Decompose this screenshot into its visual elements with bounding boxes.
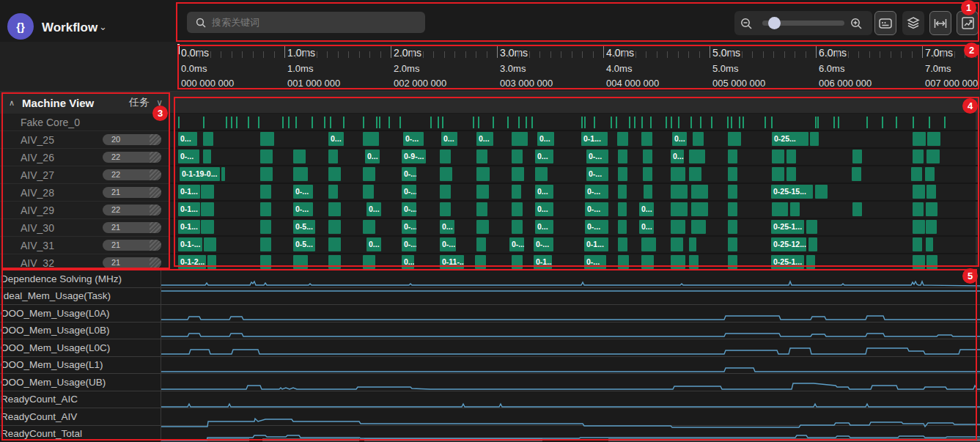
core-task-tick[interactable]: [258, 117, 259, 128]
task-block[interactable]: [728, 220, 737, 234]
core-task-tick[interactable]: [611, 117, 612, 128]
sidebar-header[interactable]: ∧ Machine View 任务 ∨: [0, 92, 170, 114]
core-task-tick[interactable]: [666, 117, 667, 128]
task-block[interactable]: 0-...: [293, 202, 313, 216]
core-task-tick[interactable]: [531, 117, 533, 128]
task-block[interactable]: 0-...: [585, 202, 608, 216]
chevron-down-icon[interactable]: ⌄: [99, 21, 107, 32]
core-task-tick[interactable]: [343, 117, 345, 128]
core-task-tick[interactable]: [376, 117, 377, 128]
chevron-down-icon[interactable]: ∨: [156, 97, 163, 108]
task-block[interactable]: 0-25-1...: [771, 255, 804, 269]
layers-button[interactable]: [902, 11, 924, 35]
core-task-tick[interactable]: [594, 117, 595, 128]
task-block[interactable]: 0-...: [402, 237, 416, 251]
task-block[interactable]: [476, 202, 487, 216]
task-block[interactable]: [852, 202, 862, 216]
core-task-tick[interactable]: [312, 117, 313, 128]
core-task-tick[interactable]: [399, 117, 401, 128]
task-block[interactable]: 0-...: [586, 167, 608, 181]
core-task-tick[interactable]: [236, 117, 237, 128]
task-block[interactable]: 0...: [672, 132, 687, 146]
task-block[interactable]: [806, 255, 815, 269]
task-block[interactable]: 0...: [366, 237, 381, 251]
task-block[interactable]: 0-5...: [293, 237, 315, 251]
core-task-tick[interactable]: [944, 117, 946, 128]
task-block[interactable]: 0-1-2...: [178, 255, 206, 269]
task-block[interactable]: 0-25-15...: [771, 185, 813, 199]
core-task-tick[interactable]: [743, 117, 744, 128]
task-block[interactable]: [618, 220, 627, 234]
task-block[interactable]: [641, 255, 654, 269]
task-block[interactable]: [440, 150, 451, 163]
task-block[interactable]: [328, 185, 338, 199]
task-block[interactable]: [260, 202, 271, 216]
task-block[interactable]: 0-...: [584, 255, 606, 269]
core-task-tick[interactable]: [929, 117, 930, 128]
task-block[interactable]: [728, 167, 737, 181]
core-task-tick[interactable]: [231, 117, 232, 128]
task-block[interactable]: [512, 185, 521, 199]
task-block[interactable]: [618, 167, 627, 181]
task-block[interactable]: [810, 132, 819, 146]
search-input[interactable]: 搜索关键词: [187, 12, 425, 33]
core-task-tick[interactable]: [379, 117, 380, 128]
task-block[interactable]: 0...: [535, 150, 553, 163]
task-block[interactable]: [476, 167, 490, 181]
task-block[interactable]: [913, 255, 925, 269]
task-block[interactable]: [671, 167, 685, 181]
task-block[interactable]: 0...: [178, 132, 197, 146]
task-block[interactable]: [926, 202, 937, 216]
task-block[interactable]: [512, 202, 523, 216]
task-block[interactable]: [786, 150, 796, 163]
core-task-tick[interactable]: [866, 117, 868, 128]
trend-chart-button[interactable]: [957, 11, 979, 35]
task-block[interactable]: [671, 255, 685, 269]
task-block[interactable]: [728, 185, 737, 199]
task-block[interactable]: [440, 167, 452, 181]
task-block[interactable]: 0...: [535, 185, 553, 199]
zoom-in-icon[interactable]: [850, 18, 863, 30]
task-block[interactable]: [926, 220, 937, 234]
sidebar-row[interactable]: AIV_2821: [0, 184, 170, 202]
playhead-marker[interactable]: [177, 44, 180, 54]
core-task-tick[interactable]: [833, 117, 835, 128]
sidebar-row[interactable]: AIV_2520: [0, 131, 170, 149]
task-block[interactable]: [260, 132, 274, 146]
core-task-tick[interactable]: [727, 117, 729, 128]
task-block[interactable]: [691, 185, 708, 199]
task-block[interactable]: 0...: [441, 132, 457, 146]
core-task-tick[interactable]: [584, 117, 586, 128]
task-block[interactable]: [618, 202, 627, 216]
task-block[interactable]: [201, 185, 214, 199]
task-block[interactable]: 0...: [402, 255, 414, 269]
core-task-tick[interactable]: [739, 117, 740, 128]
task-block[interactable]: [328, 167, 341, 181]
core-task-tick[interactable]: [765, 117, 766, 128]
core-task-tick[interactable]: [442, 117, 443, 128]
task-block[interactable]: [926, 237, 933, 251]
task-block[interactable]: [852, 167, 861, 181]
sidebar-row[interactable]: AIV_3021: [0, 219, 170, 237]
task-block[interactable]: 0-...: [402, 167, 416, 181]
task-block[interactable]: [512, 220, 523, 234]
task-block[interactable]: 0...: [366, 202, 381, 216]
task-block[interactable]: 0-...: [509, 237, 524, 251]
task-block[interactable]: 0...: [328, 132, 344, 146]
task-block[interactable]: [328, 202, 341, 216]
task-block[interactable]: 0...: [535, 202, 553, 216]
task-block[interactable]: [293, 255, 308, 269]
core-task-tick[interactable]: [634, 117, 635, 128]
fit-width-button[interactable]: [929, 11, 951, 35]
task-block[interactable]: [806, 220, 817, 234]
task-block[interactable]: [643, 150, 652, 163]
task-block[interactable]: [671, 237, 683, 251]
task-block[interactable]: [689, 150, 705, 163]
task-block[interactable]: [671, 185, 688, 199]
core-task-tick[interactable]: [678, 117, 679, 128]
task-block[interactable]: [643, 167, 652, 181]
task-block[interactable]: 0-...: [586, 150, 608, 163]
task-block[interactable]: 0...: [476, 132, 493, 146]
task-block[interactable]: [772, 202, 788, 216]
task-block[interactable]: [260, 220, 271, 234]
